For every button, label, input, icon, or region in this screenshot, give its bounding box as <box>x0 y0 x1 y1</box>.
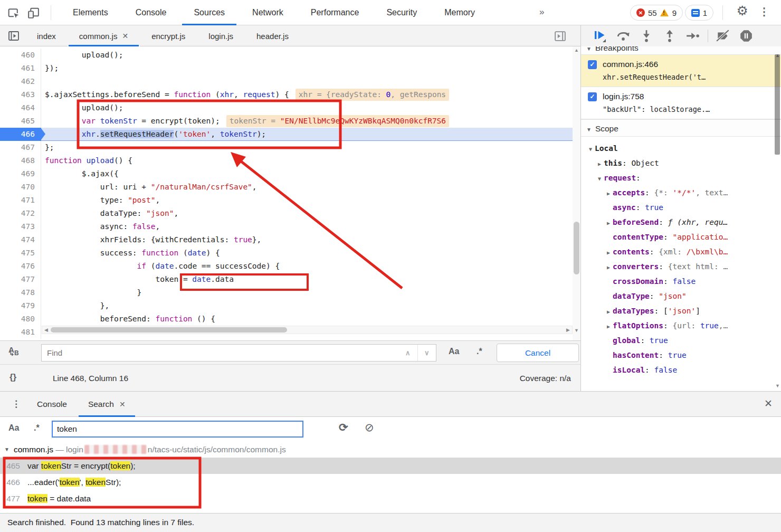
tab-elements[interactable]: Elements <box>59 0 122 25</box>
code-line-content[interactable]: $.ajax({ <box>41 167 573 180</box>
console-errors-badge[interactable]: ✕ 55 9 <box>630 5 683 21</box>
line-number[interactable]: 481 <box>0 326 41 339</box>
code-line-473[interactable]: 473 async: false, <box>0 220 573 233</box>
line-number[interactable]: 465 <box>0 115 41 128</box>
scope-row[interactable]: ▶converters: {text html: … <box>581 259 781 274</box>
line-number[interactable]: 478 <box>0 286 41 299</box>
line-number[interactable]: 470 <box>0 180 41 194</box>
file-tab-header-js[interactable]: header.js <box>245 25 300 46</box>
scope-row[interactable]: isLocal: false <box>581 363 781 377</box>
scope-row[interactable]: hasContent: true <box>581 348 781 363</box>
breakpoint-entry[interactable]: ✓common.js:466xhr.setRequestHeader('t… <box>581 55 781 87</box>
inspect-element-icon[interactable] <box>6 6 20 20</box>
code-line-469[interactable]: 469 $.ajax({ <box>0 167 573 180</box>
code-editor[interactable]: 460 upload();461});462463$.ajaxSettings.… <box>0 46 580 340</box>
file-tab-encrypt-js[interactable]: encrypt.js <box>140 25 197 46</box>
line-number[interactable]: 469 <box>0 167 41 180</box>
line-number[interactable]: 479 <box>0 299 41 312</box>
more-panels-icon[interactable]: » <box>535 0 548 24</box>
drawer-menu-icon[interactable]: ⋮ <box>12 398 21 410</box>
code-line-461[interactable]: 461}); <box>0 62 573 75</box>
line-number[interactable]: 464 <box>0 101 41 115</box>
code-line-466[interactable]: 466 xhr.setRequestHeader('token', tokenS… <box>0 128 573 141</box>
code-line-content[interactable]: } <box>41 286 573 299</box>
drawer-tab-search[interactable]: Search✕ <box>78 392 136 417</box>
step-into-icon[interactable] <box>635 28 658 43</box>
step-icon[interactable] <box>681 28 704 43</box>
cancel-button[interactable]: Cancel <box>497 344 579 362</box>
refresh-search-icon[interactable]: ⟳ <box>339 421 348 434</box>
code-line-content[interactable]: function upload() { <box>41 154 573 167</box>
code-line-content[interactable]: type: "post", <box>41 194 573 207</box>
code-line-480[interactable]: 480 beforeSend: function () { <box>0 312 573 326</box>
expand-triangle-icon[interactable]: ▼ <box>586 142 595 156</box>
line-number[interactable]: 477 <box>0 273 41 286</box>
line-number[interactable]: 471 <box>0 194 41 207</box>
file-tab-login-js[interactable]: login.js <box>197 25 245 46</box>
scope-row[interactable]: async: true <box>581 200 781 215</box>
tab-console[interactable]: Console <box>122 0 180 25</box>
code-line-476[interactable]: 476 if (date.code == successCode) { <box>0 260 573 273</box>
code-line-content[interactable]: }); <box>41 62 573 75</box>
line-number[interactable]: 468 <box>0 154 41 167</box>
line-number[interactable]: 466 <box>0 128 41 141</box>
code-line-462[interactable]: 462 <box>0 75 573 88</box>
debugger-pane-toggle-icon[interactable] <box>553 29 567 43</box>
code-line-463[interactable]: 463$.ajaxSettings.beforeSend = function … <box>0 88 573 101</box>
editor-vertical-scrollbar[interactable]: ▲ ▼ <box>573 46 580 340</box>
scroll-left-icon[interactable]: ◀ <box>42 327 50 332</box>
code-line-content[interactable]: }; <box>41 141 573 154</box>
code-line-content[interactable]: $.ajaxSettings.beforeSend = function (xh… <box>41 88 573 101</box>
line-number[interactable]: 473 <box>0 220 41 233</box>
line-number[interactable]: 480 <box>0 312 41 326</box>
more-options-icon[interactable]: ⋮ <box>759 5 769 18</box>
breakpoint-checkbox[interactable]: ✓ <box>588 60 597 69</box>
scroll-right-icon[interactable]: ▶ <box>564 327 572 332</box>
scope-row[interactable]: ▶contents: {xml: /\bxml\b… <box>581 244 781 259</box>
search-result-row[interactable]: 466...eader('token', tokenStr); <box>0 474 781 490</box>
find-previous-icon[interactable]: ∧ <box>398 345 417 361</box>
code-line-477[interactable]: 477 token = date.data <box>0 273 573 286</box>
file-tab-index[interactable]: index <box>25 25 68 46</box>
editor-horizontal-scrollbar[interactable]: ◀ ▶ <box>42 326 573 334</box>
line-number[interactable]: 467 <box>0 141 41 154</box>
regex-toggle[interactable]: .* <box>34 423 40 433</box>
drawer-close-icon[interactable]: ✕ <box>764 397 773 410</box>
code-line-467[interactable]: 467}; <box>0 141 573 154</box>
line-number[interactable]: 476 <box>0 260 41 273</box>
code-line-content[interactable]: var tokenStr = encrypt(token);tokenStr =… <box>41 115 573 128</box>
code-line-content[interactable]: xhrFields: {withCredentials: true}, <box>41 233 573 246</box>
breakpoint-entry[interactable]: ✓login.js:758"backUrl": localStorage.… <box>581 87 781 119</box>
scope-row[interactable]: ▶dataTypes: ['json'] <box>581 303 781 318</box>
step-over-icon[interactable] <box>612 28 635 43</box>
line-number[interactable]: 460 <box>0 49 41 62</box>
drawer-tab-console[interactable]: Console <box>26 392 78 417</box>
code-line-content[interactable]: if (date.code == successCode) { <box>41 260 573 273</box>
match-case-toggle[interactable]: Aa <box>449 347 459 356</box>
code-line-465[interactable]: 465 var tokenStr = encrypt(token);tokenS… <box>0 115 573 128</box>
scope-row[interactable]: ▼request: <box>581 170 781 185</box>
tab-memory[interactable]: Memory <box>431 0 489 25</box>
file-tab-common-js[interactable]: common.js✕ <box>68 25 140 46</box>
expand-triangle-icon[interactable]: ▶ <box>604 305 613 318</box>
scope-row[interactable]: ▼Local <box>581 141 781 156</box>
line-number[interactable]: 474 <box>0 233 41 246</box>
pretty-print-icon[interactable]: {} <box>9 372 16 383</box>
expand-triangle-icon[interactable]: ▶ <box>604 319 613 333</box>
code-line-content[interactable] <box>41 75 573 88</box>
clear-search-icon[interactable]: ⊘ <box>365 421 374 434</box>
scope-row[interactable]: ▶this: Object <box>581 156 781 170</box>
expand-triangle-icon[interactable]: ▶ <box>595 157 604 170</box>
scope-row[interactable]: dataType: "json" <box>581 289 781 303</box>
code-line-content[interactable]: dataType: "json", <box>41 207 573 220</box>
settings-gear-icon[interactable]: ⚙ <box>737 3 748 18</box>
code-line-content[interactable]: upload(); <box>41 49 573 62</box>
line-number[interactable]: 461 <box>0 62 41 75</box>
code-line-479[interactable]: 479 }, <box>0 299 573 312</box>
scroll-up-icon[interactable]: ▲ <box>573 48 580 53</box>
search-input[interactable] <box>52 421 303 438</box>
code-line-470[interactable]: 470 url: uri + "/naturalMan/csrfSave", <box>0 180 573 194</box>
line-number[interactable]: 475 <box>0 246 41 260</box>
line-number[interactable]: 463 <box>0 88 41 101</box>
search-result-file-header[interactable]: ▼ common.js — loginn/tacs-uc/static/js/c… <box>0 441 781 458</box>
